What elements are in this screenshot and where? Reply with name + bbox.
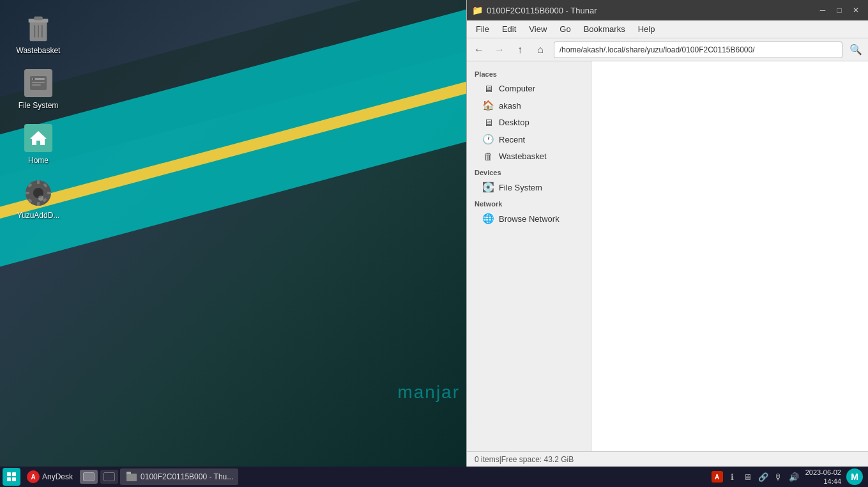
menubar: File Edit View Go Bookmarks Help xyxy=(467,20,868,38)
svg-rect-23 xyxy=(7,472,11,476)
svg-rect-16 xyxy=(26,192,29,194)
sidebar-item-computer[interactable]: 🖥 Computer xyxy=(469,81,588,97)
filesystem-icon xyxy=(23,68,54,98)
forward-button[interactable]: → xyxy=(490,40,509,59)
toolbar: ← → ↑ ⌂ 🔍 xyxy=(467,38,868,61)
manjaro-text: manjar xyxy=(397,382,460,403)
tray-monitor-icon[interactable]: 🖥 xyxy=(742,470,754,483)
taskbar-app-anydesk[interactable]: A AnyDesk xyxy=(22,468,78,485)
anydesk-taskbar-icon: A xyxy=(27,470,40,483)
close-button[interactable]: ✕ xyxy=(849,3,863,17)
svg-rect-10 xyxy=(32,84,41,86)
search-button[interactable]: 🔍 xyxy=(846,40,865,59)
wastebasket-sidebar-icon: 🗑 xyxy=(482,151,494,162)
svg-rect-15 xyxy=(37,202,40,206)
sidebar-item-recent-label: Recent xyxy=(499,135,525,144)
tray-link-icon[interactable]: 🔗 xyxy=(757,470,770,483)
sidebar-item-wastebasket[interactable]: 🗑 Wastebasket xyxy=(469,148,588,164)
menu-view[interactable]: View xyxy=(522,22,553,36)
sidebar-item-wastebasket-label: Wastebasket xyxy=(499,151,547,161)
sidebar-section-network: Network xyxy=(467,196,591,210)
tray-mic-icon[interactable]: 🎙 xyxy=(772,470,785,483)
tray-volume-icon[interactable]: 🔊 xyxy=(788,470,800,483)
home-button[interactable]: ⌂ xyxy=(531,40,550,59)
sidebar-item-recent[interactable]: 🕐 Recent xyxy=(469,131,588,148)
thunar-title-icon: 📁 xyxy=(472,5,483,15)
taskbar-app-thunar[interactable]: 0100F2C0115B000 - Thu... xyxy=(120,468,238,485)
computer-icon: 🖥 xyxy=(482,83,494,94)
svg-rect-28 xyxy=(126,472,131,474)
sidebar: Places 🖥 Computer 🏠 akash 🖥 Desktop 🕐 Re… xyxy=(467,61,591,451)
menu-help[interactable]: Help xyxy=(632,22,662,36)
virtual-desktop-1[interactable] xyxy=(80,470,98,484)
taskbar-manjaro-end[interactable]: M xyxy=(846,468,863,485)
desktop-icon-yuzu[interactable]: YuzuAddD... xyxy=(13,178,64,220)
home-label: Home xyxy=(28,156,49,165)
svg-point-22 xyxy=(38,196,43,201)
sidebar-item-filesystem-label: File System xyxy=(499,183,542,192)
statusbar: 0 items | Free space: 43.2 GiB xyxy=(467,451,868,467)
address-bar[interactable] xyxy=(554,42,842,58)
titlebar-controls: ─ □ ✕ xyxy=(816,3,863,17)
desktop-icon-home[interactable]: Home xyxy=(13,123,64,165)
start-button[interactable] xyxy=(3,468,20,486)
clock-date: 2023-06-02 xyxy=(805,468,841,477)
menu-bookmarks[interactable]: Bookmarks xyxy=(577,22,632,36)
menu-go[interactable]: Go xyxy=(553,22,577,36)
filesystem-label: File System xyxy=(19,101,59,110)
sidebar-section-devices: Devices xyxy=(467,165,591,178)
anydesk-label: AnyDesk xyxy=(42,472,73,481)
svg-rect-9 xyxy=(32,82,45,83)
taskbar: A AnyDesk 0100F2C0115B000 - Thu... A ℹ 🖥… xyxy=(0,467,868,487)
vd1-icon xyxy=(83,472,95,481)
restore-button[interactable]: □ xyxy=(832,3,846,17)
sidebar-item-browse-network[interactable]: 🌐 Browse Network xyxy=(469,210,588,227)
virtual-desktop-2[interactable] xyxy=(100,470,118,484)
thunar-window: 📁 0100F2C0115B6000 - Thunar ─ □ ✕ File E… xyxy=(466,0,868,467)
svg-rect-24 xyxy=(12,472,16,476)
main-file-panel[interactable] xyxy=(591,61,868,451)
desktop-icon-sidebar: 🖥 xyxy=(482,117,494,128)
tray-info-icon[interactable]: ℹ xyxy=(726,470,739,483)
back-button[interactable]: ← xyxy=(469,40,489,59)
system-tray: A ℹ 🖥 🔗 🎙 🔊 2023-06-02 14:44 M xyxy=(708,468,865,486)
tray-anydesk-icon[interactable]: A xyxy=(711,470,724,483)
svg-rect-17 xyxy=(47,192,51,194)
up-button[interactable]: ↑ xyxy=(510,40,529,59)
svg-rect-26 xyxy=(12,477,16,481)
sidebar-item-desktop[interactable]: 🖥 Desktop xyxy=(469,114,588,130)
titlebar: 📁 0100F2C0115B6000 - Thunar ─ □ ✕ xyxy=(467,0,868,20)
sidebar-item-filesystem[interactable]: 💽 File System xyxy=(469,179,588,196)
thunar-taskbar-label: 0100F2C0115B000 - Thu... xyxy=(141,472,233,481)
menu-edit[interactable]: Edit xyxy=(496,22,522,36)
desktop-icon-wastebasket[interactable]: Wastebasket xyxy=(13,13,64,55)
wastebasket-label: Wastebasket xyxy=(17,46,61,55)
desktop-icon-filesystem[interactable]: File System xyxy=(13,68,64,110)
svg-marker-11 xyxy=(30,131,47,145)
minimize-button[interactable]: ─ xyxy=(816,3,830,17)
vd2-icon xyxy=(103,472,115,481)
svg-point-8 xyxy=(33,78,35,80)
svg-rect-2 xyxy=(34,17,42,20)
sidebar-item-computer-label: Computer xyxy=(499,84,535,93)
titlebar-title: 0100F2C0115B6000 - Thunar xyxy=(487,6,597,15)
svg-rect-27 xyxy=(126,474,137,481)
recent-icon: 🕐 xyxy=(482,134,494,145)
yuzu-label: YuzuAddD... xyxy=(17,211,60,220)
sidebar-item-akash-label: akash xyxy=(499,101,521,111)
items-count: 0 items xyxy=(475,455,499,464)
free-space: Free space: 43.2 GiB xyxy=(501,455,574,464)
svg-rect-14 xyxy=(37,180,40,184)
taskbar-clock: 2023-06-02 14:44 xyxy=(803,468,844,486)
sidebar-item-browse-network-label: Browse Network xyxy=(499,214,560,224)
sidebar-section-places: Places xyxy=(467,66,591,80)
sidebar-item-desktop-label: Desktop xyxy=(499,118,529,127)
titlebar-left: 📁 0100F2C0115B6000 - Thunar xyxy=(472,5,597,15)
desktop-icons-container: Wastebasket File System xyxy=(13,13,64,220)
akash-home-icon: 🏠 xyxy=(482,100,494,111)
sidebar-item-akash[interactable]: 🏠 akash xyxy=(469,97,588,114)
menu-file[interactable]: File xyxy=(469,22,496,36)
thunar-taskbar-icon xyxy=(125,470,138,483)
content-area: Places 🖥 Computer 🏠 akash 🖥 Desktop 🕐 Re… xyxy=(467,61,868,451)
yuzu-icon xyxy=(23,178,54,208)
